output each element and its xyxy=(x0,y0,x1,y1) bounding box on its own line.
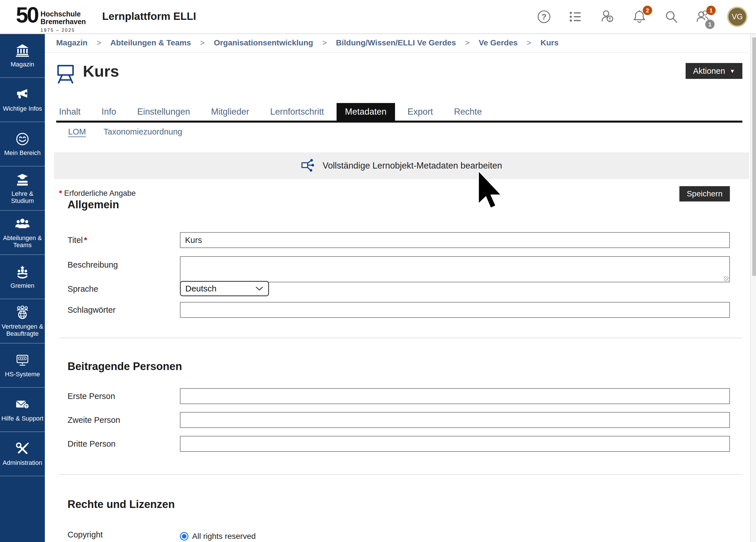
breadcrumb-separator-icon: > xyxy=(465,38,470,47)
breadcrumb-link[interactable]: Organisationsentwicklung xyxy=(214,38,313,47)
copyright-radio-row[interactable]: All rights reserved xyxy=(180,532,256,541)
megaphone-icon xyxy=(15,87,30,102)
header-icon-strip: ? xyxy=(536,0,747,33)
subtab-bar: LOM Taxonomiezuordnung xyxy=(68,127,182,136)
copyright-label: Copyright xyxy=(68,527,103,542)
breadcrumb-link[interactable]: Abteilungen & Teams xyxy=(110,38,191,47)
contacts-badge-total: 1 xyxy=(705,20,715,29)
tab-lernfortschritt[interactable]: Lernfortschritt xyxy=(262,103,333,121)
app-title: Lernplattform ELLI xyxy=(102,10,196,22)
erste-person-input[interactable] xyxy=(180,388,730,404)
chevron-down-icon xyxy=(256,286,263,291)
smiley-icon xyxy=(15,132,30,146)
zweite-person-input[interactable] xyxy=(180,412,730,428)
breadcrumb-link[interactable]: Bildung/Wissen/ELLI Ve Gerdes xyxy=(336,38,456,47)
breadcrumb-separator-icon: > xyxy=(96,38,101,47)
bullet-list-icon[interactable] xyxy=(568,9,583,24)
sidebar-item-label: Administration xyxy=(3,459,42,466)
notifications-bell-icon[interactable]: 2 xyxy=(632,9,647,24)
breadcrumb: Magazin > Abteilungen & Teams > Organisa… xyxy=(56,33,558,52)
subtab-lom[interactable]: LOM xyxy=(68,127,86,136)
sidebar-item-label: Gremien xyxy=(11,282,34,289)
section-heading-allgemein: Allgemein xyxy=(68,199,119,211)
section-heading-rechte-lizenzen: Rechte und Lizenzen xyxy=(68,498,175,511)
sprache-label: Sprache xyxy=(68,281,98,297)
globe-people-icon xyxy=(15,305,30,320)
zweite-person-label: Zweite Person xyxy=(68,412,120,428)
sidebar-item-abteilungen-teams[interactable]: Abteilungen & Teams xyxy=(0,211,45,255)
contacts-icon[interactable]: 1 1 xyxy=(695,9,711,24)
sidebar-item-magazin[interactable]: Magazin xyxy=(0,33,45,78)
language-select[interactable]: Deutsch xyxy=(180,281,269,296)
required-asterisk: * xyxy=(59,189,62,198)
tab-einstellungen[interactable]: Einstellungen xyxy=(129,103,199,121)
people-group-icon xyxy=(15,217,30,232)
breadcrumb-separator-icon: > xyxy=(527,38,531,47)
tools-icon xyxy=(15,442,30,456)
breadcrumb-link-current[interactable]: Kurs xyxy=(540,38,558,47)
tab-bar-underline xyxy=(56,121,742,123)
breadcrumb-separator-icon: > xyxy=(200,38,205,47)
schlagwoerter-input[interactable] xyxy=(180,302,730,318)
metadata-node-icon xyxy=(301,158,315,173)
required-asterisk: * xyxy=(84,236,87,245)
committee-icon xyxy=(15,264,30,279)
tab-export[interactable]: Export xyxy=(399,103,442,121)
logo-line2: Bremerhaven xyxy=(41,18,86,26)
breadcrumb-link[interactable]: Ve Gerdes xyxy=(479,38,518,47)
page-title: Kurs xyxy=(83,62,119,80)
anniversary-50-mark: 50 xyxy=(16,2,38,34)
required-hint-label: Erforderliche Angabe xyxy=(64,189,136,198)
user-avatar[interactable]: VG xyxy=(727,7,747,27)
actions-button[interactable]: Aktionen ▼ xyxy=(686,63,742,79)
contacts-badge-new: 1 xyxy=(706,6,716,15)
sidebar-item-label: HS-Systeme xyxy=(5,371,40,378)
tab-mitglieder[interactable]: Mitglieder xyxy=(203,103,258,121)
section-divider xyxy=(59,338,742,338)
search-icon[interactable] xyxy=(663,9,679,24)
sidebar-item-wichtige-infos[interactable]: Wichtige Infos xyxy=(0,78,45,122)
logo-years: 1975 – 2025 xyxy=(41,26,86,34)
sidebar-item-administration[interactable]: Administration xyxy=(0,432,45,476)
section-divider xyxy=(59,474,742,475)
course-easel-icon xyxy=(56,64,75,86)
main-navigation-sidebar: Magazin Wichtige Infos xyxy=(0,33,45,542)
sidebar-item-label: Mein Bereich xyxy=(4,149,41,156)
titel-input[interactable] xyxy=(180,232,730,248)
copyright-radio-label: All rights reserved xyxy=(192,532,256,541)
tab-bar: Inhalt Info Einstellungen Mitglieder Ler… xyxy=(51,103,490,121)
elli-learning-platform-screen: 50 Hochschule Bremerhaven 1975 – 2025 Le… xyxy=(0,0,756,542)
beschreibung-label: Beschreibung xyxy=(68,257,118,273)
breadcrumb-separator-icon: > xyxy=(322,38,327,47)
sidebar-item-label: Wichtige Infos xyxy=(3,105,42,112)
breadcrumb-divider xyxy=(45,52,750,53)
tab-inhalt[interactable]: Inhalt xyxy=(51,103,89,121)
university-logo[interactable]: 50 Hochschule Bremerhaven 1975 – 2025 xyxy=(16,2,86,34)
subtab-taxonomiezuordnung[interactable]: Taxonomiezuordnung xyxy=(104,127,182,136)
edit-full-metadata-label: Vollständige Lernobjekt-Metadaten bearbe… xyxy=(323,161,502,171)
sidebar-item-gremien[interactable]: Gremien xyxy=(0,255,45,299)
sidebar-item-label: Lehre & Studium xyxy=(1,190,44,204)
sidebar-item-hilfe-support[interactable]: ? Hilfe & Support xyxy=(0,388,45,432)
top-header-bar: 50 Hochschule Bremerhaven 1975 – 2025 Le… xyxy=(0,0,756,34)
edit-full-metadata-banner[interactable]: Vollständige Lernobjekt-Metadaten bearbe… xyxy=(54,152,749,179)
breadcrumb-link[interactable]: Magazin xyxy=(56,38,87,47)
section-heading-beitragende-personen: Beitragende Personen xyxy=(68,360,182,373)
vertical-scrollbar-track[interactable] xyxy=(750,33,756,542)
mail-help-icon: ? xyxy=(15,397,30,412)
dritte-person-input[interactable] xyxy=(180,436,730,452)
who-is-online-icon[interactable] xyxy=(600,9,615,24)
sidebar-item-mein-bereich[interactable]: Mein Bereich xyxy=(0,122,45,166)
beschreibung-textarea[interactable] xyxy=(180,256,730,282)
help-icon[interactable]: ? xyxy=(536,9,552,24)
tab-metadaten[interactable]: Metadaten xyxy=(337,103,395,121)
tab-rechte[interactable]: Rechte xyxy=(446,103,490,121)
sidebar-item-vertretungen[interactable]: Vertretungen & Beauftragte xyxy=(0,299,45,343)
sidebar-item-lehre-studium[interactable]: Lehre & Studium xyxy=(0,166,45,211)
copyright-radio-selected[interactable] xyxy=(180,532,188,541)
titel-label-text: Titel xyxy=(68,236,83,245)
tab-info[interactable]: Info xyxy=(93,103,125,121)
sidebar-item-hs-systeme[interactable]: HS-Systeme xyxy=(0,343,45,388)
vertical-scrollbar-thumb[interactable] xyxy=(752,37,756,276)
save-button[interactable]: Speichern xyxy=(679,186,730,201)
